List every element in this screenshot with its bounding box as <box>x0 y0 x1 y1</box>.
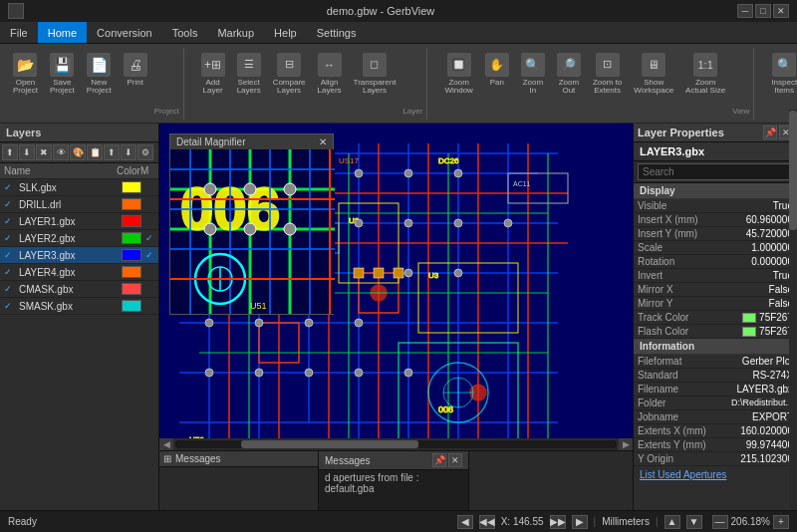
layer-item-smask[interactable]: ✓ SMASK.gbx <box>0 298 158 315</box>
prop-standard-name: Standard <box>638 370 752 381</box>
transparent-layers-button[interactable]: ◻ TransparentLayers <box>349 50 401 100</box>
save-project-button[interactable]: 💾 SaveProject <box>45 50 80 100</box>
nav-last-btn[interactable]: ▶▶ <box>550 515 566 529</box>
prop-track-color-name: Track Color <box>638 312 742 323</box>
pan-button[interactable]: ✋ Pan <box>480 50 514 91</box>
layer-move-up-button[interactable]: ⬆ <box>2 144 18 160</box>
close-button[interactable]: ✕ <box>773 4 789 18</box>
show-workspace-button[interactable]: 🖥 ShowWorkspace <box>629 50 678 100</box>
zoom-minus-btn[interactable]: — <box>712 515 728 529</box>
prop-filename: Filename LAYER3.gbx <box>634 383 797 397</box>
layer-color-layer4[interactable] <box>122 266 141 278</box>
zoom-in-button[interactable]: 🔍 ZoomIn <box>516 50 550 100</box>
layer-move-down-button[interactable]: ⬇ <box>19 144 35 160</box>
prop-scale-name: Scale <box>638 242 751 253</box>
prop-insert-x: Insert X (mm) 60.960000 <box>634 213 797 227</box>
messages-area: ⊞ Messages Messages 📌 ✕ d apertures from… <box>159 450 633 510</box>
canvas-hscrollbar[interactable]: ◀ ▶ <box>159 438 633 450</box>
print-button[interactable]: 🖨 Print <box>119 50 152 91</box>
prop-fileformat-name: Fileformat <box>638 356 742 367</box>
zoom-extents-button[interactable]: ⊡ Zoom toExtents <box>588 50 627 100</box>
detail-magnifier-close[interactable]: ✕ <box>319 136 327 147</box>
maximize-button[interactable]: □ <box>755 4 771 18</box>
flash-color-hex: 75F267 <box>759 326 793 337</box>
search-input[interactable] <box>638 163 793 180</box>
nav-down-btn[interactable]: ▼ <box>686 515 702 529</box>
compare-layers-label: CompareLayers <box>273 79 306 97</box>
menubar: File Home Conversion Tools Markup Help S… <box>0 22 797 44</box>
panel-pin-btn[interactable]: 📌 <box>763 126 777 139</box>
new-project-button[interactable]: 📄 NewProject <box>82 50 117 100</box>
layer-color-layer1[interactable] <box>122 215 141 227</box>
layer-item-layer2[interactable]: ✓ LAYER2.gbx ✓ <box>0 230 158 247</box>
track-color-swatch[interactable] <box>742 313 756 323</box>
prop-folder-value: D:\Redistribut... <box>731 398 793 408</box>
nav-next-btn[interactable]: ▶ <box>572 515 588 529</box>
prop-flash-color[interactable]: Flash Color 75F267 <box>634 325 797 339</box>
layer-sort-down-button[interactable]: ⬇ <box>121 144 136 160</box>
select-layers-button[interactable]: ☰ SelectLayers <box>232 50 266 100</box>
zoom-actual-button[interactable]: 1:1 ZoomActual Size <box>680 50 730 100</box>
inspect-items-button[interactable]: 🔍 InspectItems <box>766 50 797 100</box>
nav-prev-btn[interactable]: ◀ <box>457 515 473 529</box>
zoom-plus-btn[interactable]: + <box>773 515 789 529</box>
layer-color-slk[interactable] <box>122 181 141 193</box>
prop-extents-y: Extents Y (mm) 99.974400 <box>634 438 797 452</box>
layer-delete-button[interactable]: ✖ <box>36 144 52 160</box>
new-project-label: NewProject <box>87 79 112 97</box>
detail-magnifier-header: Detail Magnifier ✕ <box>170 134 333 149</box>
layer-copy-button[interactable]: 📋 <box>87 144 103 160</box>
align-layers-button[interactable]: ↔ AlignLayers <box>313 50 347 100</box>
layer-color-button[interactable]: 🎨 <box>70 144 86 160</box>
layer-item-layer4[interactable]: ✓ LAYER4.gbx <box>0 264 158 281</box>
open-project-icon: 📂 <box>13 53 37 77</box>
main-area: Layers ⬆ ⬇ ✖ 👁 🎨 📋 ⬆ ⬇ ⚙ Name Color M ✓ … <box>0 124 797 510</box>
layer-color-drill[interactable] <box>122 198 141 210</box>
hscroll-thumb[interactable] <box>241 440 417 448</box>
scroll-right-btn[interactable]: ▶ <box>619 438 633 450</box>
list-used-apertures-link[interactable]: List Used Apertures <box>634 466 797 483</box>
nav-first-btn[interactable]: ◀◀ <box>479 515 495 529</box>
compare-layers-button[interactable]: ⊟ CompareLayers <box>268 50 311 100</box>
expand-icon: ⊞ <box>163 453 171 464</box>
add-layer-button[interactable]: +⊞ AddLayer <box>196 50 230 100</box>
layer-visibility-button[interactable]: 👁 <box>53 144 69 160</box>
messages-close-btn[interactable]: ✕ <box>448 453 462 467</box>
svg-point-68 <box>205 369 213 377</box>
messages-text: d apertures from file : default.gba <box>325 472 418 494</box>
scroll-left-btn[interactable]: ◀ <box>159 438 173 450</box>
menu-tools[interactable]: Tools <box>162 22 208 43</box>
open-project-button[interactable]: 📂 OpenProject <box>8 50 43 100</box>
pcb-canvas[interactable]: U1 U2 U3 DC26 U72 U62 U63 006 <box>159 124 633 450</box>
layer-item-drill[interactable]: ✓ DRILL.drl <box>0 196 158 213</box>
minimize-button[interactable]: ─ <box>737 4 753 18</box>
nav-up-btn[interactable]: ▲ <box>664 515 680 529</box>
layer-settings-button[interactable]: ⚙ <box>137 144 153 160</box>
menu-help[interactable]: Help <box>264 22 307 43</box>
layer-sort-up-button[interactable]: ⬆ <box>104 144 120 160</box>
prop-jobname: Jobname EXPORT <box>634 410 797 424</box>
messages-pin-btn[interactable]: 📌 <box>432 453 446 467</box>
zoom-out-button[interactable]: 🔎 ZoomOut <box>552 50 586 100</box>
flash-color-swatch[interactable] <box>742 327 756 337</box>
layer-color-smask[interactable] <box>122 300 141 312</box>
layer-item-layer3[interactable]: ✓ LAYER3.gbx ✓ <box>0 247 158 264</box>
layer-color-cmask[interactable] <box>122 283 141 295</box>
messages-right-panel <box>468 451 633 510</box>
information-section-header: Information <box>634 339 797 355</box>
menu-markup[interactable]: Markup <box>207 22 264 43</box>
layer-color-layer2[interactable] <box>122 232 141 244</box>
prop-track-color[interactable]: Track Color 75F267 <box>634 311 797 325</box>
zoom-window-button[interactable]: 🔲 ZoomWindow <box>439 50 477 100</box>
menu-settings[interactable]: Settings <box>307 22 367 43</box>
layers-toolbar: ⬆ ⬇ ✖ 👁 🎨 📋 ⬆ ⬇ ⚙ <box>0 142 158 163</box>
menu-conversion[interactable]: Conversion <box>87 22 162 43</box>
right-panel-vscroll-thumb[interactable] <box>789 111 797 231</box>
menu-file[interactable]: File <box>0 22 38 43</box>
layer-item-slk[interactable]: ✓ SLK.gbx <box>0 179 158 196</box>
layer-color-layer3[interactable] <box>122 249 141 261</box>
svg-text:DC26: DC26 <box>438 156 459 165</box>
layer-item-cmask[interactable]: ✓ CMASK.gbx <box>0 281 158 298</box>
layer-item-layer1[interactable]: ✓ LAYER1.gbx <box>0 213 158 230</box>
menu-home[interactable]: Home <box>38 22 87 43</box>
